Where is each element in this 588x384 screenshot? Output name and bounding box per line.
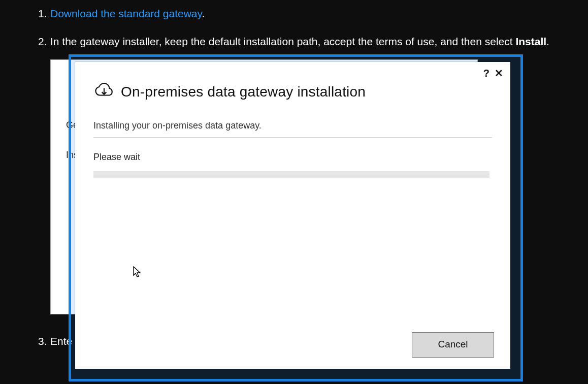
- step-2: In the gateway installer, keep the defau…: [38, 34, 568, 49]
- step-1: Download the standard gateway.: [38, 6, 568, 21]
- help-icon[interactable]: ?: [483, 68, 489, 78]
- install-progress-bar: [93, 171, 489, 178]
- step-1-suffix: .: [202, 8, 205, 19]
- download-gateway-link[interactable]: Download the standard gateway: [50, 8, 202, 19]
- close-icon[interactable]: ✕: [495, 68, 503, 78]
- mouse-cursor-icon: [133, 266, 142, 283]
- please-wait-text: Please wait: [93, 151, 492, 164]
- step-2-bold-install: Install: [515, 36, 546, 47]
- gateway-installer-dialog: ? ✕ On-premises data gateway installatio…: [75, 62, 510, 369]
- installing-status-text: Installing your on-premises data gateway…: [93, 119, 492, 138]
- dialog-title: On-premises data gateway installation: [121, 82, 366, 102]
- step-2-prefix: In the gateway installer, keep the defau…: [50, 36, 515, 47]
- cancel-button[interactable]: Cancel: [412, 332, 494, 358]
- cloud-install-icon: [93, 79, 115, 104]
- step-2-suffix: .: [546, 36, 549, 47]
